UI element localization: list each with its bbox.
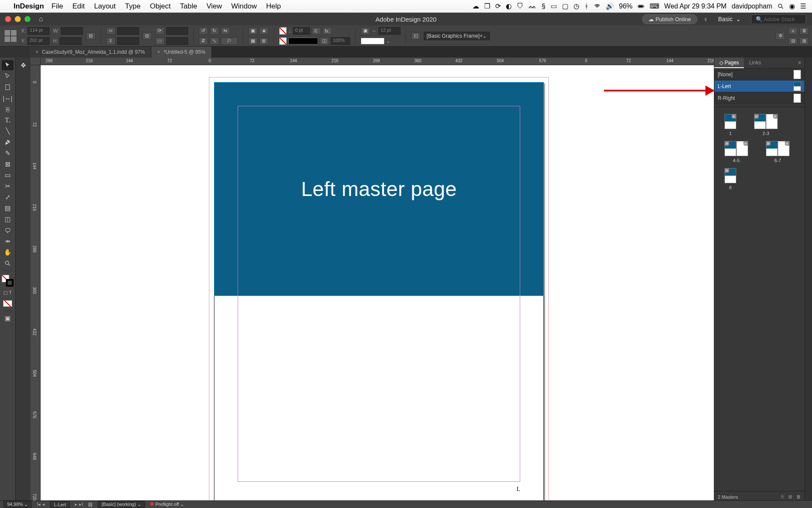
next-page-icon[interactable]: ▸ bbox=[75, 502, 77, 507]
page-spread[interactable]: RR6-7 bbox=[766, 141, 790, 163]
input-icon[interactable]: ⌨ bbox=[650, 2, 659, 10]
align-row2b-icon[interactable]: ⊞ bbox=[799, 37, 809, 45]
zoom-icon[interactable]: § bbox=[542, 3, 546, 10]
fill-swatch[interactable] bbox=[279, 27, 287, 35]
user-name[interactable]: davidpopham bbox=[732, 3, 772, 10]
display-icon[interactable]: ▭ bbox=[551, 2, 557, 10]
dropbox-icon[interactable]: ❒ bbox=[484, 2, 490, 10]
spotlight-icon[interactable] bbox=[777, 3, 784, 10]
zoom-level-field[interactable]: 94.98% ⌄ bbox=[3, 501, 32, 508]
rectangle-frame-tool[interactable]: ⊠ bbox=[2, 159, 14, 169]
cc-icon[interactable]: ◐ bbox=[506, 2, 512, 10]
first-page-icon[interactable]: I◂ bbox=[37, 502, 41, 507]
stroke-style-dropdown[interactable] bbox=[288, 38, 318, 44]
note-tool[interactable]: 🗩 bbox=[2, 225, 14, 235]
y-field[interactable]: 202 pt bbox=[27, 37, 49, 45]
workspace-switcher[interactable]: Basic ⌄ bbox=[714, 14, 745, 24]
scale-y-icon[interactable]: ⇳ bbox=[106, 37, 115, 45]
pages-tab[interactable]: ◇ Pages bbox=[714, 58, 744, 68]
flip-both-icon[interactable]: ⤡ bbox=[210, 37, 219, 45]
publish-online-button[interactable]: ☁ Publish Online bbox=[642, 14, 697, 24]
menu-layout[interactable]: Layout bbox=[94, 2, 116, 11]
format-container-icon[interactable]: ▢ T bbox=[2, 287, 14, 298]
panel-dock-strip[interactable] bbox=[804, 58, 812, 502]
wifi-icon[interactable] bbox=[594, 3, 601, 10]
apply-color-icon[interactable] bbox=[2, 298, 14, 309]
cap-icon[interactable]: ⊏ bbox=[312, 27, 321, 35]
gap-tool[interactable]: |↔| bbox=[2, 93, 14, 103]
horizontal-ruler[interactable]: 2882161447207214421628836043250457607214… bbox=[41, 58, 714, 65]
scale-y-field[interactable] bbox=[117, 37, 139, 45]
rotate-ccw-icon[interactable]: ↺ bbox=[199, 27, 208, 35]
fx-icon[interactable]: fx. bbox=[323, 27, 332, 35]
battery-icon[interactable] bbox=[638, 3, 645, 10]
x-field[interactable]: 114 pt bbox=[27, 27, 49, 35]
link-scale-icon[interactable]: ⊟ bbox=[143, 32, 152, 40]
timer-icon[interactable]: ◷ bbox=[573, 2, 579, 10]
edit-page-size-icon[interactable]: ⎘ bbox=[781, 494, 784, 500]
page-thumbnail[interactable]: R bbox=[766, 114, 778, 129]
scale-x-icon[interactable]: ⬄ bbox=[106, 27, 115, 35]
fill-stroke-indicator[interactable] bbox=[2, 275, 14, 287]
gradient-swatch-tool[interactable]: ▤ bbox=[2, 203, 14, 213]
fit-content-icon[interactable]: ▦ bbox=[248, 37, 258, 45]
links-tab[interactable]: Links bbox=[744, 58, 766, 68]
cloud-icon[interactable]: ☁ bbox=[472, 2, 479, 10]
prev-page-icon[interactable]: ◂ bbox=[42, 502, 45, 507]
type-tool[interactable]: T. bbox=[2, 115, 14, 125]
scale-x-field[interactable] bbox=[117, 27, 139, 35]
text-wrap-icon[interactable]: ▣ bbox=[361, 27, 370, 35]
butterfly-icon[interactable]: ᨐ bbox=[529, 3, 537, 10]
menu-type[interactable]: Type bbox=[125, 2, 141, 11]
page-spread[interactable]: RR2-3 bbox=[754, 114, 778, 136]
page-spread[interactable]: R1 bbox=[724, 114, 736, 136]
stroke-swatch[interactable] bbox=[279, 37, 287, 45]
menu-object[interactable]: Object bbox=[150, 2, 170, 11]
align-row1b-icon[interactable]: ≣ bbox=[799, 27, 809, 35]
master-item[interactable]: R-Right bbox=[714, 92, 804, 104]
reference-point-grid[interactable] bbox=[3, 29, 18, 43]
corner-options-icon[interactable]: ◰ bbox=[411, 32, 420, 40]
layers-panel-icon[interactable]: ❖ bbox=[17, 60, 29, 70]
fit-frame-icon[interactable]: ⊞ bbox=[259, 37, 269, 45]
document-tab[interactable]: ×*Untitled-5 @ 95% bbox=[151, 47, 212, 58]
w-field[interactable] bbox=[61, 27, 83, 35]
close-tab-icon[interactable]: × bbox=[157, 49, 160, 55]
constrain-proportions-icon[interactable]: ⊟ bbox=[86, 32, 96, 40]
adobe-stock-search[interactable]: 🔍 Adobe Stock bbox=[751, 14, 806, 24]
page-spread[interactable]: R8 bbox=[724, 168, 736, 190]
selection-tool[interactable] bbox=[2, 60, 14, 70]
hand-tool[interactable]: ✋ bbox=[2, 247, 14, 257]
shield-icon[interactable]: ⛉ bbox=[517, 3, 524, 10]
page-thumbnail[interactable]: R bbox=[724, 141, 736, 156]
rectangle-tool[interactable]: ▭ bbox=[2, 170, 14, 180]
close-window-button[interactable] bbox=[5, 16, 11, 22]
home-icon[interactable]: ⌂ bbox=[39, 15, 43, 23]
select-container-icon[interactable]: ▣ bbox=[248, 27, 258, 35]
scissors-tool[interactable]: ✂ bbox=[2, 181, 14, 191]
fill-preview[interactable] bbox=[361, 38, 384, 44]
fill-dropdown-icon[interactable]: ⌄ bbox=[386, 38, 390, 44]
panel-menu-icon[interactable]: ≡ bbox=[795, 58, 804, 68]
zoom-tool[interactable] bbox=[2, 258, 14, 268]
page-thumbnail[interactable]: R bbox=[724, 168, 736, 183]
vertical-ruler[interactable]: 072144216288360432504576648720 bbox=[30, 65, 41, 502]
menu-window[interactable]: Window bbox=[231, 2, 257, 11]
menu-view[interactable]: View bbox=[206, 2, 222, 11]
open-nav-icon[interactable]: ⛓ bbox=[88, 502, 93, 507]
free-transform-tool[interactable]: ⤢ bbox=[2, 192, 14, 202]
lightbulb-icon[interactable]: ♀ bbox=[703, 16, 708, 23]
page-thumbnail[interactable]: R bbox=[778, 141, 790, 156]
page-thumbnail[interactable]: R bbox=[766, 141, 778, 156]
document-canvas[interactable]: 2882161447207214421628836043250457607214… bbox=[30, 58, 714, 502]
page-thumbnail[interactable]: R bbox=[736, 141, 748, 156]
gap-field[interactable]: 12 pt bbox=[379, 27, 401, 35]
menu-file[interactable]: File bbox=[52, 2, 63, 11]
flip-v-icon[interactable]: ⇵ bbox=[199, 37, 208, 45]
sync-icon[interactable]: ⟳ bbox=[495, 2, 501, 10]
menu-edit[interactable]: Edit bbox=[72, 2, 85, 11]
airplay-icon[interactable]: ▢ bbox=[562, 2, 568, 10]
new-page-icon[interactable]: ⊞ bbox=[788, 494, 792, 500]
page-field[interactable]: L-Lert bbox=[50, 501, 70, 508]
page-thumbnail[interactable]: R bbox=[724, 114, 736, 129]
